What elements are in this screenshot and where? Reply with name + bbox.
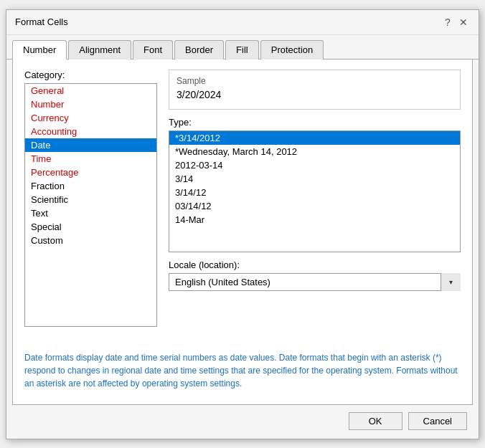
tab-number[interactable]: Number <box>12 40 67 59</box>
list-item[interactable]: Special <box>25 220 156 234</box>
list-item[interactable]: Number <box>25 97 156 111</box>
list-item[interactable]: Currency <box>25 111 156 125</box>
locale-label: Locale (location): <box>169 259 461 270</box>
title-bar: Format Cells ? ✕ <box>6 10 479 35</box>
sample-value: 3/20/2024 <box>176 89 453 103</box>
left-panel: Category: General Number Currency Accoun… <box>24 70 157 340</box>
tab-content: Category: General Number Currency Accoun… <box>12 59 473 405</box>
tab-fill[interactable]: Fill <box>225 40 259 59</box>
cancel-button[interactable]: Cancel <box>408 412 467 430</box>
help-button[interactable]: ? <box>441 16 454 29</box>
type-item[interactable]: 2012-03-14 <box>169 158 460 172</box>
type-item[interactable]: 03/14/12 <box>169 199 460 213</box>
footer: OK Cancel <box>6 405 479 439</box>
close-button[interactable]: ✕ <box>457 16 470 29</box>
type-item[interactable]: 14-Mar <box>169 213 460 227</box>
sample-group: Sample 3/20/2024 <box>169 70 461 110</box>
right-panel: Sample 3/20/2024 Type: *3/14/2012 *Wedne… <box>169 70 461 340</box>
locale-select-wrap: English (United States) English (United … <box>169 273 461 291</box>
list-item[interactable]: Scientific <box>25 193 156 206</box>
ok-button[interactable]: OK <box>349 412 402 430</box>
type-list[interactable]: *3/14/2012 *Wednesday, March 14, 2012 20… <box>169 130 461 252</box>
dialog-title: Format Cells <box>15 16 68 27</box>
main-row: Category: General Number Currency Accoun… <box>24 70 461 340</box>
list-item-date[interactable]: Date <box>25 138 156 152</box>
type-item-selected[interactable]: *3/14/2012 <box>169 131 460 145</box>
list-item[interactable]: Custom <box>25 234 156 247</box>
type-label: Type: <box>169 117 461 128</box>
tab-protection[interactable]: Protection <box>260 40 324 59</box>
list-item[interactable]: Percentage <box>25 166 156 179</box>
list-item[interactable]: General <box>25 84 156 97</box>
format-cells-dialog: Format Cells ? ✕ Number Alignment Font B… <box>6 9 479 439</box>
locale-select[interactable]: English (United States) English (United … <box>169 273 461 291</box>
title-bar-controls: ? ✕ <box>441 16 470 29</box>
type-item[interactable]: 3/14 <box>169 172 460 186</box>
list-item[interactable]: Time <box>25 152 156 166</box>
list-item[interactable]: Accounting <box>25 125 156 138</box>
list-item[interactable]: Text <box>25 206 156 220</box>
category-label: Category: <box>24 70 157 80</box>
tab-font[interactable]: Font <box>133 40 173 59</box>
type-item[interactable]: *Wednesday, March 14, 2012 <box>169 145 460 158</box>
sample-label: Sample <box>176 76 453 86</box>
tab-alignment[interactable]: Alignment <box>68 40 131 59</box>
tab-bar: Number Alignment Font Border Fill Protec… <box>6 35 479 59</box>
category-list[interactable]: General Number Currency Accounting Date … <box>24 83 157 327</box>
description-text: Date formats display date and time seria… <box>24 347 461 394</box>
list-item[interactable]: Fraction <box>25 179 156 193</box>
type-item[interactable]: 3/14/12 <box>169 186 460 199</box>
tab-border[interactable]: Border <box>174 40 224 59</box>
